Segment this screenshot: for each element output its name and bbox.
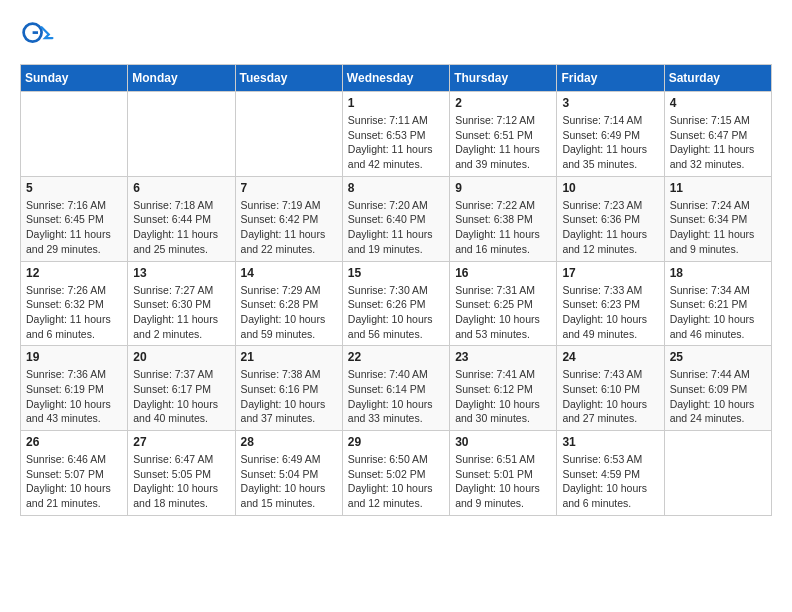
day-content: Sunrise: 7:24 AMSunset: 6:34 PMDaylight:… (670, 198, 766, 257)
calendar-cell: 14Sunrise: 7:29 AMSunset: 6:28 PMDayligh… (235, 261, 342, 346)
weekday-header-saturday: Saturday (664, 65, 771, 92)
weekday-header-tuesday: Tuesday (235, 65, 342, 92)
day-number: 4 (670, 96, 766, 110)
day-content: Sunrise: 6:46 AMSunset: 5:07 PMDaylight:… (26, 452, 122, 511)
day-content: Sunrise: 7:37 AMSunset: 6:17 PMDaylight:… (133, 367, 229, 426)
weekday-header-monday: Monday (128, 65, 235, 92)
calendar-cell: 4Sunrise: 7:15 AMSunset: 6:47 PMDaylight… (664, 92, 771, 177)
day-number: 28 (241, 435, 337, 449)
day-number: 2 (455, 96, 551, 110)
weekday-header-friday: Friday (557, 65, 664, 92)
day-number: 8 (348, 181, 444, 195)
calendar-cell: 20Sunrise: 7:37 AMSunset: 6:17 PMDayligh… (128, 346, 235, 431)
day-content: Sunrise: 7:43 AMSunset: 6:10 PMDaylight:… (562, 367, 658, 426)
day-content: Sunrise: 7:16 AMSunset: 6:45 PMDaylight:… (26, 198, 122, 257)
calendar-cell (21, 92, 128, 177)
calendar-week-row: 1Sunrise: 7:11 AMSunset: 6:53 PMDaylight… (21, 92, 772, 177)
day-number: 26 (26, 435, 122, 449)
calendar-cell: 19Sunrise: 7:36 AMSunset: 6:19 PMDayligh… (21, 346, 128, 431)
calendar-cell: 8Sunrise: 7:20 AMSunset: 6:40 PMDaylight… (342, 176, 449, 261)
calendar-week-row: 19Sunrise: 7:36 AMSunset: 6:19 PMDayligh… (21, 346, 772, 431)
day-content: Sunrise: 7:15 AMSunset: 6:47 PMDaylight:… (670, 113, 766, 172)
day-number: 6 (133, 181, 229, 195)
day-number: 18 (670, 266, 766, 280)
calendar-header-row: SundayMondayTuesdayWednesdayThursdayFrid… (21, 65, 772, 92)
day-number: 13 (133, 266, 229, 280)
day-number: 30 (455, 435, 551, 449)
day-number: 19 (26, 350, 122, 364)
day-number: 29 (348, 435, 444, 449)
calendar-cell: 24Sunrise: 7:43 AMSunset: 6:10 PMDayligh… (557, 346, 664, 431)
day-number: 17 (562, 266, 658, 280)
calendar-week-row: 26Sunrise: 6:46 AMSunset: 5:07 PMDayligh… (21, 431, 772, 516)
calendar-cell: 10Sunrise: 7:23 AMSunset: 6:36 PMDayligh… (557, 176, 664, 261)
day-content: Sunrise: 7:20 AMSunset: 6:40 PMDaylight:… (348, 198, 444, 257)
day-content: Sunrise: 7:31 AMSunset: 6:25 PMDaylight:… (455, 283, 551, 342)
day-content: Sunrise: 7:36 AMSunset: 6:19 PMDaylight:… (26, 367, 122, 426)
calendar-cell (235, 92, 342, 177)
calendar-cell: 15Sunrise: 7:30 AMSunset: 6:26 PMDayligh… (342, 261, 449, 346)
day-number: 22 (348, 350, 444, 364)
day-number: 23 (455, 350, 551, 364)
day-content: Sunrise: 7:11 AMSunset: 6:53 PMDaylight:… (348, 113, 444, 172)
calendar-cell: 25Sunrise: 7:44 AMSunset: 6:09 PMDayligh… (664, 346, 771, 431)
calendar-cell: 27Sunrise: 6:47 AMSunset: 5:05 PMDayligh… (128, 431, 235, 516)
weekday-header-wednesday: Wednesday (342, 65, 449, 92)
day-content: Sunrise: 7:44 AMSunset: 6:09 PMDaylight:… (670, 367, 766, 426)
calendar-cell: 30Sunrise: 6:51 AMSunset: 5:01 PMDayligh… (450, 431, 557, 516)
day-number: 1 (348, 96, 444, 110)
day-number: 20 (133, 350, 229, 364)
calendar-cell: 7Sunrise: 7:19 AMSunset: 6:42 PMDaylight… (235, 176, 342, 261)
day-content: Sunrise: 7:14 AMSunset: 6:49 PMDaylight:… (562, 113, 658, 172)
calendar-cell: 17Sunrise: 7:33 AMSunset: 6:23 PMDayligh… (557, 261, 664, 346)
day-number: 25 (670, 350, 766, 364)
day-content: Sunrise: 7:23 AMSunset: 6:36 PMDaylight:… (562, 198, 658, 257)
calendar-cell: 1Sunrise: 7:11 AMSunset: 6:53 PMDaylight… (342, 92, 449, 177)
calendar-cell (128, 92, 235, 177)
calendar-table: SundayMondayTuesdayWednesdayThursdayFrid… (20, 64, 772, 516)
calendar-cell: 5Sunrise: 7:16 AMSunset: 6:45 PMDaylight… (21, 176, 128, 261)
day-content: Sunrise: 7:29 AMSunset: 6:28 PMDaylight:… (241, 283, 337, 342)
day-number: 27 (133, 435, 229, 449)
logo (20, 20, 60, 56)
calendar-cell: 16Sunrise: 7:31 AMSunset: 6:25 PMDayligh… (450, 261, 557, 346)
calendar-week-row: 12Sunrise: 7:26 AMSunset: 6:32 PMDayligh… (21, 261, 772, 346)
day-content: Sunrise: 7:34 AMSunset: 6:21 PMDaylight:… (670, 283, 766, 342)
day-content: Sunrise: 7:41 AMSunset: 6:12 PMDaylight:… (455, 367, 551, 426)
day-number: 21 (241, 350, 337, 364)
calendar-cell: 21Sunrise: 7:38 AMSunset: 6:16 PMDayligh… (235, 346, 342, 431)
day-number: 3 (562, 96, 658, 110)
day-content: Sunrise: 7:19 AMSunset: 6:42 PMDaylight:… (241, 198, 337, 257)
day-number: 12 (26, 266, 122, 280)
calendar-cell: 29Sunrise: 6:50 AMSunset: 5:02 PMDayligh… (342, 431, 449, 516)
day-content: Sunrise: 7:30 AMSunset: 6:26 PMDaylight:… (348, 283, 444, 342)
day-content: Sunrise: 6:50 AMSunset: 5:02 PMDaylight:… (348, 452, 444, 511)
calendar-cell: 26Sunrise: 6:46 AMSunset: 5:07 PMDayligh… (21, 431, 128, 516)
day-number: 15 (348, 266, 444, 280)
day-content: Sunrise: 7:33 AMSunset: 6:23 PMDaylight:… (562, 283, 658, 342)
calendar-cell (664, 431, 771, 516)
day-number: 24 (562, 350, 658, 364)
svg-point-1 (24, 24, 42, 42)
day-content: Sunrise: 6:51 AMSunset: 5:01 PMDaylight:… (455, 452, 551, 511)
day-content: Sunrise: 7:27 AMSunset: 6:30 PMDaylight:… (133, 283, 229, 342)
calendar-cell: 2Sunrise: 7:12 AMSunset: 6:51 PMDaylight… (450, 92, 557, 177)
weekday-header-thursday: Thursday (450, 65, 557, 92)
day-content: Sunrise: 7:40 AMSunset: 6:14 PMDaylight:… (348, 367, 444, 426)
calendar-cell: 12Sunrise: 7:26 AMSunset: 6:32 PMDayligh… (21, 261, 128, 346)
day-number: 14 (241, 266, 337, 280)
calendar-cell: 6Sunrise: 7:18 AMSunset: 6:44 PMDaylight… (128, 176, 235, 261)
day-content: Sunrise: 6:47 AMSunset: 5:05 PMDaylight:… (133, 452, 229, 511)
day-content: Sunrise: 7:12 AMSunset: 6:51 PMDaylight:… (455, 113, 551, 172)
day-number: 10 (562, 181, 658, 195)
calendar-cell: 22Sunrise: 7:40 AMSunset: 6:14 PMDayligh… (342, 346, 449, 431)
day-number: 31 (562, 435, 658, 449)
day-number: 9 (455, 181, 551, 195)
day-content: Sunrise: 6:53 AMSunset: 4:59 PMDaylight:… (562, 452, 658, 511)
calendar-cell: 23Sunrise: 7:41 AMSunset: 6:12 PMDayligh… (450, 346, 557, 431)
calendar-cell: 13Sunrise: 7:27 AMSunset: 6:30 PMDayligh… (128, 261, 235, 346)
calendar-cell: 3Sunrise: 7:14 AMSunset: 6:49 PMDaylight… (557, 92, 664, 177)
calendar-cell: 18Sunrise: 7:34 AMSunset: 6:21 PMDayligh… (664, 261, 771, 346)
day-number: 11 (670, 181, 766, 195)
weekday-header-sunday: Sunday (21, 65, 128, 92)
